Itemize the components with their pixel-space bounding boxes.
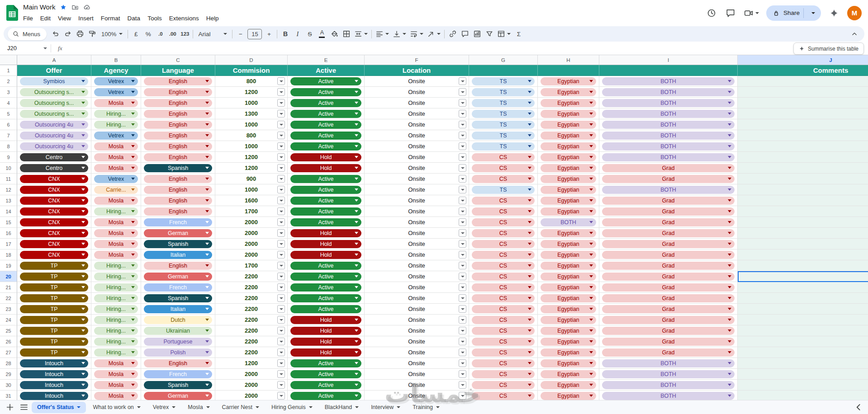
team-chip[interactable]: TS bbox=[472, 142, 535, 151]
grad-level-chip[interactable]: BOTH bbox=[602, 370, 735, 378]
language-chip[interactable]: Polish bbox=[144, 348, 212, 357]
cell-language[interactable]: English bbox=[141, 98, 215, 108]
language-chip[interactable]: English bbox=[144, 110, 212, 118]
cell-offer[interactable]: CNX bbox=[17, 239, 91, 249]
cell-commission[interactable]: 800 bbox=[215, 76, 288, 87]
dropdown-arrow-icon[interactable] bbox=[277, 273, 285, 280]
cell-commission[interactable]: 1700 bbox=[215, 206, 288, 217]
cell-comments[interactable] bbox=[738, 206, 868, 217]
cell-team[interactable]: TS bbox=[469, 87, 538, 98]
active-status-chip[interactable]: Active bbox=[290, 218, 361, 226]
print-icon[interactable] bbox=[74, 28, 86, 40]
nationality-chip[interactable]: Egyptian bbox=[541, 164, 596, 172]
cell-location[interactable]: Onsite bbox=[365, 380, 469, 390]
cell-location[interactable]: Onsite bbox=[365, 108, 469, 119]
row-number-13[interactable]: 13 bbox=[0, 195, 17, 206]
cell-grad-level[interactable]: Grad bbox=[599, 228, 738, 239]
team-chip[interactable]: CS bbox=[472, 359, 535, 367]
vertical-align-icon[interactable] bbox=[391, 28, 408, 40]
dropdown-arrow-icon[interactable] bbox=[277, 316, 285, 324]
dropdown-arrow-icon[interactable] bbox=[459, 99, 466, 107]
nationality-chip[interactable]: Egyptian bbox=[541, 132, 596, 140]
row-number-6[interactable]: 6 bbox=[0, 119, 17, 130]
menu-tools[interactable]: Tools bbox=[144, 14, 166, 23]
cell-language[interactable]: Portuguese bbox=[141, 336, 215, 347]
team-chip[interactable]: CS bbox=[472, 294, 535, 302]
font-size-input[interactable]: 15 bbox=[247, 29, 262, 39]
agency-chip[interactable]: Vetrex bbox=[94, 88, 138, 96]
dropdown-arrow-icon[interactable] bbox=[277, 240, 285, 248]
grad-level-chip[interactable]: Grad bbox=[602, 262, 735, 270]
language-chip[interactable]: English bbox=[144, 99, 212, 107]
text-color-button[interactable]: A bbox=[316, 28, 328, 40]
cell-agency[interactable]: Mosla bbox=[91, 98, 141, 108]
dropdown-arrow-icon[interactable] bbox=[459, 316, 466, 324]
gemini-icon[interactable] bbox=[828, 7, 840, 19]
header-cell-blank[interactable] bbox=[469, 65, 538, 76]
agency-chip[interactable]: Hiring... bbox=[94, 273, 138, 281]
team-chip[interactable]: CS bbox=[472, 381, 535, 389]
cell-offer[interactable]: TP bbox=[17, 293, 91, 304]
dropdown-arrow-icon[interactable] bbox=[277, 88, 285, 96]
offer-chip[interactable]: TP bbox=[20, 327, 88, 335]
cell-comments[interactable] bbox=[738, 217, 868, 228]
cell-team[interactable]: CS bbox=[469, 217, 538, 228]
row-number-8[interactable]: 8 bbox=[0, 141, 17, 152]
active-status-chip[interactable]: Active bbox=[290, 175, 361, 183]
offer-chip[interactable]: TP bbox=[20, 338, 88, 346]
active-status-chip[interactable]: Active bbox=[290, 262, 361, 270]
dropdown-arrow-icon[interactable] bbox=[277, 175, 285, 183]
cell-comments[interactable] bbox=[738, 195, 868, 206]
cell-active-status[interactable]: Hold bbox=[288, 239, 365, 249]
dropdown-arrow-icon[interactable] bbox=[459, 392, 466, 400]
cell-agency[interactable]: Mosla bbox=[91, 390, 141, 400]
offer-chip[interactable]: CNX bbox=[20, 218, 88, 226]
cell-nationality[interactable]: Egyptian bbox=[538, 239, 599, 249]
nationality-chip[interactable]: Egyptian bbox=[541, 240, 596, 248]
cell-active-status[interactable]: Active bbox=[288, 260, 365, 271]
column-header-B[interactable]: B bbox=[91, 55, 141, 65]
cell-agency[interactable]: Carrie... bbox=[91, 184, 141, 195]
cell-comments[interactable] bbox=[738, 304, 868, 315]
all-sheets-icon[interactable] bbox=[18, 401, 30, 414]
cell-language[interactable]: German bbox=[141, 390, 215, 400]
team-chip[interactable]: CS bbox=[472, 338, 535, 346]
agency-chip[interactable]: Hiring... bbox=[94, 283, 138, 292]
cell-active-status[interactable]: Active bbox=[288, 390, 365, 400]
cell-commission[interactable]: 800 bbox=[215, 130, 288, 141]
dropdown-arrow-icon[interactable] bbox=[459, 110, 466, 118]
cell-commission[interactable]: 1000 bbox=[215, 141, 288, 152]
language-chip[interactable]: English bbox=[144, 142, 212, 151]
active-status-chip[interactable]: Active bbox=[290, 132, 361, 140]
team-chip[interactable]: CS bbox=[472, 273, 535, 281]
active-status-chip[interactable]: Active bbox=[290, 207, 361, 216]
cell-commission[interactable]: 2000 bbox=[215, 369, 288, 380]
cell-active-status[interactable]: Active bbox=[288, 358, 365, 369]
cell-location[interactable]: Onsite bbox=[365, 119, 469, 130]
dropdown-arrow-icon[interactable] bbox=[459, 283, 466, 291]
row-number-14[interactable]: 14 bbox=[0, 206, 17, 217]
share-button[interactable]: Share bbox=[766, 5, 821, 21]
cell-team[interactable]: TS bbox=[469, 184, 538, 195]
cell-active-status[interactable]: Active bbox=[288, 141, 365, 152]
cell-nationality[interactable]: Egyptian bbox=[538, 249, 599, 260]
team-chip[interactable]: CS bbox=[472, 348, 535, 357]
text-rotate-icon[interactable] bbox=[425, 28, 442, 40]
grad-level-chip[interactable]: Grad bbox=[602, 175, 735, 183]
offer-chip[interactable]: TP bbox=[20, 305, 88, 313]
cell-team[interactable]: TS bbox=[469, 108, 538, 119]
cell-commission[interactable]: 1200 bbox=[215, 152, 288, 163]
header-cell-active[interactable]: Active bbox=[288, 65, 365, 76]
agency-chip[interactable]: Mosla bbox=[94, 229, 138, 237]
grad-level-chip[interactable]: BOTH bbox=[602, 381, 735, 389]
cell-team[interactable]: CS bbox=[469, 390, 538, 400]
row-number-16[interactable]: 16 bbox=[0, 228, 17, 239]
dropdown-arrow-icon[interactable] bbox=[459, 348, 466, 356]
name-box[interactable]: J20 bbox=[0, 45, 51, 52]
cell-nationality[interactable]: Egyptian bbox=[538, 347, 599, 358]
active-status-chip[interactable]: Active bbox=[290, 273, 361, 281]
cell-grad-level[interactable]: BOTH bbox=[599, 390, 738, 400]
cell-nationality[interactable]: Egyptian bbox=[538, 282, 599, 293]
cell-team[interactable]: CS bbox=[469, 380, 538, 390]
language-chip[interactable]: English bbox=[144, 186, 212, 194]
